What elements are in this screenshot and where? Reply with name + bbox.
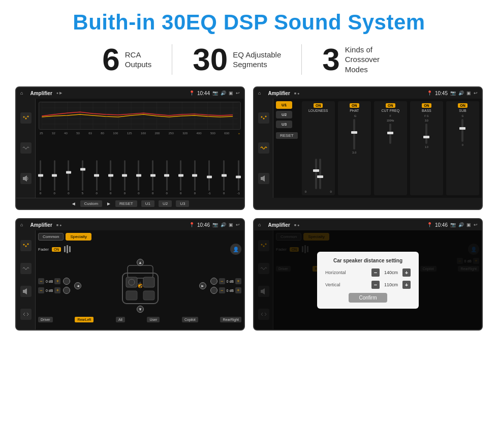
pos-copilot[interactable]: Copilot [182,317,198,322]
common-wave-icon[interactable] [20,263,32,274]
fader-on-badge[interactable]: ON [52,247,61,252]
camera-icon: 📷 [212,91,218,96]
eq-custom-btn[interactable]: Custom [80,200,103,207]
eq-speaker-icon[interactable] [20,173,32,184]
eq-filter-icon[interactable] [20,112,32,124]
horizontal-plus-btn[interactable]: + [402,268,411,277]
loudness-slider-r[interactable] [319,159,321,189]
svg-rect-10 [261,177,262,180]
confirm-button[interactable]: Confirm [349,293,387,303]
eq-prev-btn[interactable]: ◄ [71,201,76,206]
left-arrow[interactable]: ◄ [74,282,81,289]
speaker-layout: − 0 dB + − 0 dB + [38,258,241,314]
tab-specialty[interactable]: Specialty [66,233,91,241]
eq-bottom-bar: ◄ Custom ► RESET U1 U2 U3 [16,198,244,209]
speaker-tr-icon [210,278,217,285]
screen3-icon: ▣ [229,222,233,228]
common-speaker-icon[interactable] [20,286,32,297]
phat-on[interactable]: ON [350,103,359,108]
cutfreq-on[interactable]: ON [386,103,395,108]
sub-name: SUB [459,109,466,112]
common-main: Common Specialty Fader ON 👤 [36,230,244,330]
eq-reset-btn[interactable]: RESET [115,200,137,207]
screen-icon: ▣ [229,91,233,96]
svg-rect-18 [128,265,153,278]
pos-all[interactable]: All [116,317,125,322]
vol-tl-minus[interactable]: − [38,278,44,284]
amp-u3-btn[interactable]: U3 [276,121,292,128]
volume3-icon: 🔊 [221,222,226,228]
amp-reset-btn[interactable]: RESET [276,132,298,139]
screen3-time: 10:46 [197,222,210,228]
volume4-icon: 🔊 [458,222,464,228]
eq-u3-btn[interactable]: U3 [176,200,189,207]
tab-common[interactable]: Common [38,233,64,241]
vol-tr: − 0 dB + [210,278,241,285]
amp-filter-icon[interactable] [258,112,269,124]
screen4-icon: ▣ [466,222,471,228]
cutfreq-slider[interactable] [389,124,391,144]
sub-slider[interactable] [461,119,463,142]
vol-tr-plus[interactable]: + [235,278,241,284]
screen1-topbar: ⌂ Amplifier ● ▶ 📍 10:44 📷 🔊 ▣ ↩ [16,87,244,99]
svg-rect-4 [23,177,24,180]
dialog-vertical-ctrl: − 110cm + [371,281,411,289]
amp-u2-btn[interactable]: U2 [276,111,292,118]
screen4-title: Amplifier [268,222,290,228]
location3-icon: 📍 [189,222,195,228]
fader-label: Fader [38,247,49,252]
amp-speaker-icon[interactable] [258,173,269,184]
svg-text:▼: ▼ [139,285,142,289]
pos-rearleft[interactable]: RearLeft [75,317,94,322]
svg-text:▲: ▲ [139,280,142,284]
pos-rearright[interactable]: RearRight [220,317,241,322]
screen3-common: Common Specialty Fader ON 👤 [16,230,244,330]
screen1-topbar-icons: 📍 10:44 📷 🔊 ▣ ↩ [189,91,240,96]
common-filter-icon[interactable] [20,240,32,251]
bass-name: BASS [422,109,431,112]
loudness-on[interactable]: ON [314,103,323,108]
amp-band-loudness: ON LOUDNESS 00 [302,101,335,195]
eq-wave-icon[interactable] [20,142,32,154]
eq-slider-2: 0 [68,160,69,195]
down-arrow[interactable]: ▼ [137,306,144,313]
eq-u1-btn[interactable]: U1 [141,200,154,207]
back4-icon: ↩ [474,222,478,228]
vol-tl-plus[interactable]: + [54,278,60,284]
eq-slider-1: 0 [54,160,55,195]
bass-slider[interactable] [425,124,427,144]
loudness-slider-l[interactable] [315,159,317,189]
screens-grid: ⌂ Amplifier ● ▶ 📍 10:44 📷 🔊 ▣ ↩ [15,86,483,331]
horizontal-minus-btn[interactable]: − [371,268,380,277]
phat-slider[interactable] [353,119,355,150]
bass-on[interactable]: ON [422,103,431,108]
left-controls: − 0 dB + − 0 dB + [38,258,70,314]
vol-bl-plus[interactable]: + [54,287,60,293]
amp-u1-btn[interactable]: U1 [276,101,292,109]
screen4-topbar: ⌂ Amplifier ■ ● 📍 10:46 📷 🔊 ▣ ↩ [254,219,482,230]
eq-next-btn[interactable]: ► [106,201,111,206]
amp-wave-icon[interactable] [258,142,269,154]
loudness-name: LOUDNESS [308,109,328,112]
vol-br-value: 0 dB [227,289,234,292]
sub-on[interactable]: ON [458,103,468,108]
eq-u2-btn[interactable]: U2 [159,200,172,207]
pos-user[interactable]: User [147,317,160,322]
vol-br-minus[interactable]: − [219,287,225,293]
vol-bl-minus[interactable]: − [38,287,44,293]
vertical-plus-btn[interactable]: + [402,281,411,289]
vol-tr-minus[interactable]: − [219,278,225,284]
vertical-minus-btn[interactable]: − [371,281,380,289]
pos-driver[interactable]: Driver [38,317,53,322]
vol-br-plus[interactable]: + [235,287,241,293]
profile-icon[interactable]: 👤 [230,244,241,255]
eq-sliders-area: 0 0 0 5 0 0 0 0 0 0 0 0 -1 0 -1 [39,137,241,195]
right-arrow[interactable]: ► [199,282,206,289]
dialog-horizontal-label: Horizontal [325,270,346,275]
common-arrows-icon[interactable] [20,309,32,320]
up-arrow[interactable]: ▲ [137,259,144,266]
position-buttons: Driver RearLeft All User Copilot RearRig… [38,317,241,322]
svg-point-13 [25,246,26,247]
dialog-vertical-label: Vertical [325,282,340,287]
dialog-vertical-row: Vertical − 110cm + [325,281,411,289]
